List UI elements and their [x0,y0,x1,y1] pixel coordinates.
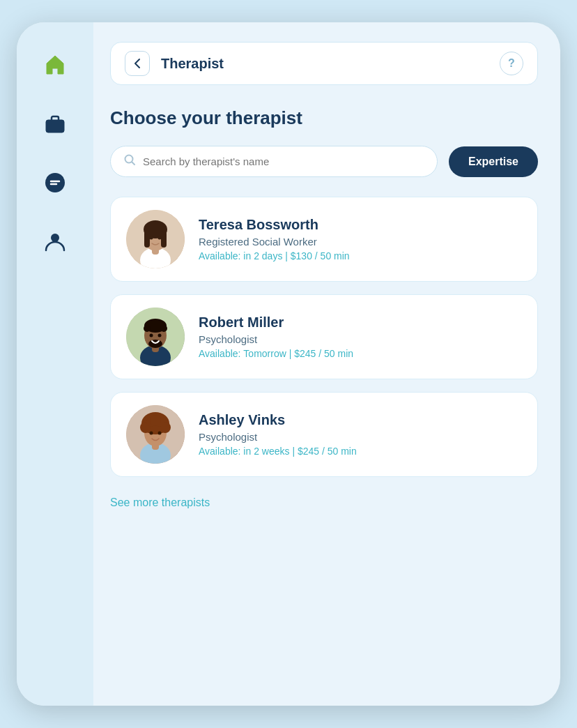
therapist-name-ashley: Ashley Vinks [199,412,357,428]
therapist-role-robert: Psychologist [199,333,353,345]
svg-point-23 [160,325,167,332]
sidebar [17,22,93,706]
svg-point-38 [158,432,162,435]
availability-value-teresa: in 2 days | $130 / 50 min [243,250,349,261]
availability-label-robert: Available: [199,348,240,359]
therapist-availability-teresa: Available: in 2 days | $130 / 50 min [199,250,350,261]
therapist-card-teresa[interactable]: Teresa Bossworth Registered Social Worke… [110,197,538,282]
therapist-card-robert[interactable]: Robert Miller Psychologist Available: To… [110,294,538,379]
therapist-name-robert: Robert Miller [199,314,353,331]
therapist-info-ashley: Ashley Vinks Psychologist Available: in … [199,412,357,457]
help-button[interactable]: ? [500,52,523,75]
avatar-teresa [126,210,185,268]
sidebar-item-cases[interactable] [37,106,73,142]
therapist-role-teresa: Registered Social Worker [199,236,350,248]
therapist-availability-ashley: Available: in 2 weeks | $245 / 50 min [199,446,357,457]
svg-point-16 [158,236,162,240]
therapist-role-ashley: Psychologist [199,431,357,443]
avatar-ashley [126,405,185,464]
search-row: Expertise [110,146,538,177]
svg-rect-13 [144,231,150,248]
back-button[interactable] [125,51,150,76]
svg-point-37 [150,432,153,435]
see-more-link[interactable]: See more therapists [110,496,538,509]
search-input-wrapper[interactable] [110,146,438,177]
sidebar-item-profile[interactable] [37,223,73,259]
availability-label-teresa: Available: [199,250,240,261]
main-content: Therapist ? Choose your therapist Expert… [93,22,560,706]
therapist-name-teresa: Teresa Bossworth [199,217,350,233]
svg-rect-0 [46,120,64,132]
svg-point-22 [144,325,151,332]
availability-value-ashley: in 2 weeks | $245 / 50 min [243,446,356,457]
search-input[interactable] [143,156,424,167]
svg-point-5 [51,234,59,242]
page-title: Choose your therapist [110,107,538,129]
search-icon [123,153,136,169]
svg-point-26 [158,334,162,338]
therapist-card-ashley[interactable]: Ashley Vinks Psychologist Available: in … [110,392,538,477]
sidebar-item-chat[interactable] [37,165,73,201]
svg-point-2 [45,173,65,192]
therapist-info-teresa: Teresa Bossworth Registered Social Worke… [199,217,350,261]
availability-label-ashley: Available: [199,446,240,457]
availability-value-robert: Tomorrow | $245 / 50 min [243,348,353,359]
help-icon: ? [508,57,515,70]
therapist-info-robert: Robert Miller Psychologist Available: To… [199,314,353,359]
avatar-robert [126,308,185,366]
sidebar-item-home[interactable] [37,47,73,84]
svg-line-7 [132,162,135,165]
header-title: Therapist [161,56,500,72]
svg-rect-14 [161,231,167,248]
expertise-button[interactable]: Expertise [449,146,538,177]
svg-point-36 [150,415,161,426]
therapist-list: Teresa Bossworth Registered Social Worke… [110,197,538,490]
app-container: Therapist ? Choose your therapist Expert… [17,22,560,706]
svg-point-25 [150,334,153,338]
therapist-availability-robert: Available: Tomorrow | $245 / 50 min [199,348,353,359]
svg-point-15 [150,236,153,240]
header-bar: Therapist ? [110,42,538,85]
